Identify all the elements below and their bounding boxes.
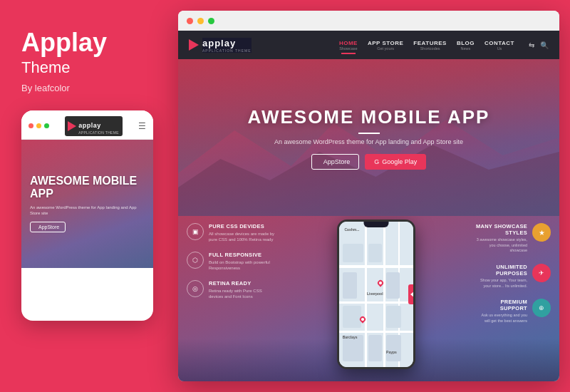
liverpool-label: Liverpool	[367, 292, 383, 296]
google-logo-icon: G	[374, 158, 379, 165]
right-panel: applay APPLICATION THEME HOME Showcase A…	[175, 0, 570, 392]
nav-items-list: HOME Showcase APP STORE Get yours FEATUR…	[339, 40, 514, 51]
mobile-dot-green	[44, 123, 49, 128]
googleplay-button[interactable]: G Google Play	[365, 154, 426, 170]
nav-features-sub: Shortcodes	[420, 46, 440, 51]
author-label: By leafcolor	[21, 83, 153, 93]
nav-home-sub: Showcase	[339, 46, 357, 51]
mobile-logo: applay APPLICATION THEME	[65, 116, 123, 136]
mobile-menu-icon[interactable]: ☰	[138, 121, 146, 131]
map-block-5	[343, 306, 361, 328]
brand-title: Applay	[21, 29, 153, 57]
site-navbar: applay APPLICATION THEME HOME Showcase A…	[178, 31, 559, 59]
css-devices-desc: All showcase devices are made by pure CS…	[209, 231, 276, 243]
showcase-desc: 3 awesome showcase styles, you choose, u…	[475, 237, 527, 254]
appstore-label: AppStore	[323, 158, 351, 165]
browser-dot-green[interactable]	[208, 18, 214, 24]
phone-notch	[363, 222, 388, 227]
mobile-preview: applay APPLICATION THEME ☰ AWESOME MOBIL…	[21, 110, 153, 321]
retina-title: RETINA READY	[209, 280, 276, 287]
feature-item-css: ▣ PURE CSS DEVIDES All showcase devices …	[187, 223, 276, 243]
showcase-text: MANY SHOWCASE STYLES 3 awesome showcase …	[475, 223, 527, 254]
unlimited-title: UNLIMITED PURPOSES	[475, 264, 527, 277]
feature-item-unlimited: UNLIMITED PURPOSES Show your app, Your t…	[475, 264, 551, 289]
mobile-appstore-button[interactable]: AppStore	[30, 222, 66, 232]
cashm-label: Cashm...	[345, 227, 360, 232]
mobile-hero-bg	[21, 140, 153, 268]
responsive-title: FULL RESPONSIVE	[209, 252, 276, 258]
unlimited-desc: Show your app, Your team, your store... …	[475, 278, 527, 289]
logo-main-text: applay	[202, 38, 252, 48]
nav-item-contact[interactable]: CONTACT Us	[484, 40, 514, 51]
support-title: PREMIUM SUPPORT	[475, 299, 527, 311]
logo-triangle-icon	[189, 39, 199, 51]
brand-subtitle: Theme	[21, 58, 153, 77]
googleplay-label: Google Play	[382, 158, 417, 165]
site-logo: applay APPLICATION THEME	[189, 38, 252, 53]
mobile-dot-red	[28, 123, 33, 128]
responsive-icon: ⬡	[187, 252, 204, 269]
logo-text-box: applay APPLICATION THEME	[202, 38, 252, 53]
map-block-4	[386, 272, 400, 299]
phone-showcase-area: Cashm... Liverpool Barclays Payps	[285, 216, 467, 381]
unlimited-text: UNLIMITED PURPOSES Show your app, Your t…	[475, 264, 527, 289]
map-block-1	[343, 244, 363, 263]
barclays-label: Barclays	[343, 335, 358, 339]
nav-item-blog[interactable]: BLOG News	[457, 40, 475, 51]
css-devices-icon: ▣	[187, 223, 204, 240]
phone-mockup: Cashm... Liverpool Barclays Payps	[337, 220, 415, 369]
browser-dot-yellow[interactable]	[197, 18, 204, 24]
mobile-hero-section: AWESOME MOBILE APP An awesome WordPress …	[21, 140, 153, 268]
support-desc: Ask us everything and you will get the b…	[475, 313, 527, 324]
map-block-6	[386, 306, 401, 328]
feature-item-responsive: ⬡ FULL RESPONSIVE Build on Bootstrap wit…	[187, 252, 276, 272]
nav-icons-group: ⇆ 🔍	[529, 41, 549, 49]
hero-divider	[358, 133, 380, 134]
nav-item-features[interactable]: FEATURES Shortcodes	[413, 40, 447, 51]
map-view: Cashm... Liverpool Barclays Payps	[339, 222, 413, 367]
mobile-hero-title: AWESOME MOBILE APP	[30, 175, 145, 201]
retina-icon: ◎	[187, 280, 204, 297]
features-section: ▣ PURE CSS DEVIDES All showcase devices …	[178, 216, 559, 381]
mobile-hero-desc: An awesome WordPress theme for App landi…	[30, 205, 145, 217]
browser-window: applay APPLICATION THEME HOME Showcase A…	[178, 11, 559, 381]
appstore-button[interactable]: AppStore	[311, 154, 360, 170]
search-icon[interactable]: 🔍	[540, 41, 549, 49]
map-road-horizontal-1	[339, 265, 413, 268]
nav-appstore-sub: Get yours	[377, 46, 394, 51]
nav-item-home[interactable]: HOME Showcase	[339, 40, 358, 51]
mobile-topbar: applay APPLICATION THEME ☰	[21, 110, 153, 140]
share-icon[interactable]: ⇆	[529, 41, 534, 49]
nav-contact-sub: Us	[497, 46, 502, 51]
features-right-column: MANY SHOWCASE STYLES 3 awesome showcase …	[467, 216, 559, 381]
responsive-desc: Build on Bootstrap with powerful Respons…	[209, 259, 276, 272]
features-left-column: ▣ PURE CSS DEVIDES All showcase devices …	[178, 216, 285, 381]
nav-blog-label: BLOG	[457, 40, 475, 46]
nav-item-appstore[interactable]: APP STORE Get yours	[368, 40, 403, 51]
nav-home-label: HOME	[339, 40, 358, 46]
browser-dot-red[interactable]	[187, 18, 193, 24]
retina-text: RETINA READY Retina ready with Pure CSS …	[209, 280, 276, 300]
retina-desc: Retina ready with Pure CSS devices and F…	[209, 288, 276, 300]
map-block-8	[368, 335, 382, 361]
slide-tab-arrow-icon	[410, 292, 414, 297]
support-text: PREMIUM SUPPORT Ask us everything and yo…	[475, 299, 527, 324]
feature-item-showcase: MANY SHOWCASE STYLES 3 awesome showcase …	[475, 223, 551, 254]
mobile-dot-yellow	[36, 123, 41, 128]
showcase-title: MANY SHOWCASE STYLES	[475, 223, 527, 236]
nav-blog-sub: News	[461, 46, 471, 51]
map-block-2	[368, 244, 382, 263]
feature-item-retina: ◎ RETINA READY Retina ready with Pure CS…	[187, 280, 276, 300]
brand-name: Applay	[21, 28, 107, 57]
browser-titlebar	[178, 11, 559, 31]
mobile-logo-triangle-icon	[68, 121, 76, 131]
map-block-3	[343, 272, 358, 299]
hero-buttons-group: AppStore G Google Play	[248, 154, 490, 170]
map-road-horizontal-2	[339, 301, 413, 304]
payps-label: Payps	[386, 350, 397, 354]
nav-appstore-label: APP STORE	[368, 40, 403, 46]
mobile-logo-sub: APPLICATION THEME	[78, 130, 119, 135]
phone-slide-tab[interactable]	[408, 284, 415, 304]
feature-item-support: PREMIUM SUPPORT Ask us everything and yo…	[475, 299, 551, 324]
hero-text-content: AWESOME MOBILE APP An awesome WordPress …	[248, 106, 490, 170]
